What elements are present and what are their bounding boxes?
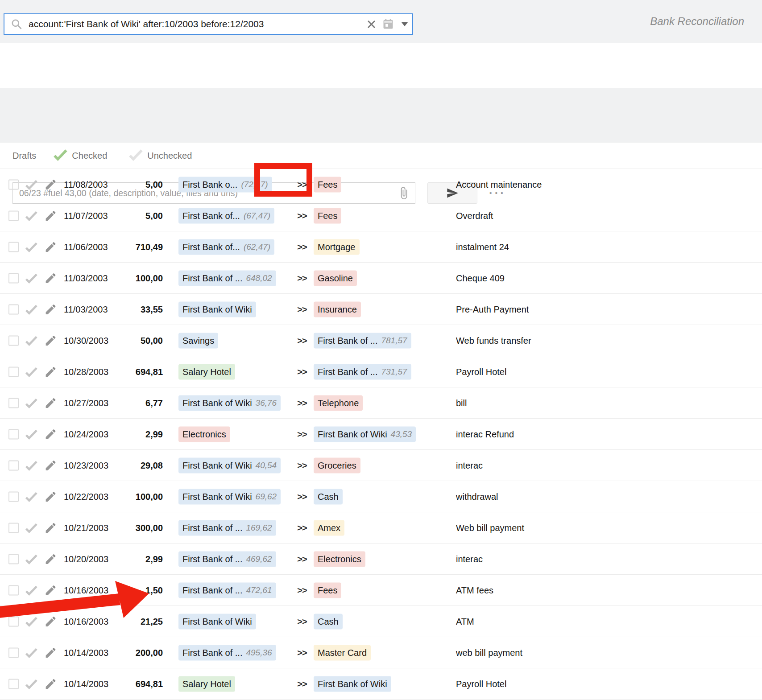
from-account-chip[interactable]: First Bank of...(67,47) [178, 208, 274, 223]
from-account-chip[interactable]: Savings [178, 333, 218, 348]
from-account-chip[interactable]: First Bank of ...472,61 [178, 582, 276, 598]
edit-pencil-icon[interactable] [44, 334, 57, 347]
check-icon[interactable] [24, 583, 38, 597]
row-checkbox[interactable] [8, 210, 19, 221]
from-account-chip[interactable]: First Bank o...(72,47) [178, 177, 272, 192]
check-icon[interactable] [24, 240, 38, 254]
row-checkbox[interactable] [8, 460, 19, 470]
edit-pencil-icon[interactable] [44, 490, 57, 503]
to-account-chip[interactable]: Electronics [314, 551, 365, 567]
transaction-description: web bill payment [456, 647, 522, 658]
edit-pencil-icon[interactable] [44, 240, 57, 253]
check-icon[interactable] [24, 302, 38, 317]
edit-pencil-icon[interactable] [44, 428, 57, 441]
from-account-chip[interactable]: First Bank of Wiki36,76 [178, 395, 281, 411]
from-account-chip[interactable]: First Bank of Wiki [178, 614, 256, 629]
filter-drafts[interactable]: Drafts [12, 151, 36, 161]
check-icon[interactable] [24, 490, 38, 504]
edit-pencil-icon[interactable] [44, 272, 57, 284]
row-checkbox[interactable] [8, 366, 19, 377]
from-account-chip[interactable]: Salary Hotel [178, 364, 235, 379]
from-account-chip[interactable]: Electronics [178, 426, 230, 442]
edit-pencil-icon[interactable] [44, 677, 57, 690]
edit-pencil-icon[interactable] [44, 459, 57, 472]
calendar-icon[interactable] [379, 18, 397, 30]
search-dropdown-caret-icon[interactable] [397, 22, 412, 26]
check-icon[interactable] [24, 614, 38, 629]
to-account-chip[interactable]: Cash [314, 614, 343, 629]
to-account-chip[interactable]: Fees [314, 582, 341, 598]
to-account-chip[interactable]: Master Card [314, 645, 371, 660]
search-input[interactable] [28, 18, 363, 30]
edit-pencil-icon[interactable] [44, 646, 57, 659]
from-account-chip[interactable]: First Bank of Wiki [178, 301, 256, 317]
row-checkbox[interactable] [8, 679, 19, 689]
to-account-chip[interactable]: First Bank of ...781,57 [314, 333, 411, 348]
edit-pencil-icon[interactable] [44, 552, 57, 565]
edit-pencil-icon[interactable] [44, 209, 57, 222]
from-account-chip[interactable]: First Bank of Wiki69,62 [178, 489, 281, 504]
row-checkbox[interactable] [8, 491, 19, 502]
row-checkbox[interactable] [8, 429, 19, 439]
unchecked-filter-icon[interactable] [128, 147, 144, 163]
checked-filter-icon[interactable] [52, 147, 68, 163]
row-checkbox[interactable] [8, 335, 19, 346]
to-account-chip[interactable]: First Bank of Wiki [314, 676, 391, 692]
row-checkbox[interactable] [8, 554, 19, 564]
check-icon[interactable] [24, 521, 38, 535]
check-icon[interactable] [24, 209, 38, 223]
from-account-chip[interactable]: First Bank of ...469,62 [178, 551, 276, 567]
from-account-chip[interactable]: First Bank of ...648,02 [178, 270, 276, 286]
to-account-chip[interactable]: Insurance [314, 301, 361, 317]
row-checkbox[interactable] [8, 647, 19, 658]
row-checkbox[interactable] [8, 273, 19, 283]
edit-pencil-icon[interactable] [44, 396, 57, 409]
check-icon[interactable] [24, 177, 38, 192]
row-checkbox[interactable] [8, 304, 19, 314]
row-checkbox[interactable] [8, 585, 19, 595]
check-icon[interactable] [24, 334, 38, 348]
to-account-chip[interactable]: Telephone [314, 395, 363, 411]
to-account-chip[interactable]: Groceries [314, 457, 360, 473]
to-account-chip[interactable]: First Bank of ...731,57 [314, 364, 411, 379]
to-account-chip[interactable]: Cash [314, 489, 343, 504]
check-icon[interactable] [24, 458, 38, 473]
edit-pencil-icon[interactable] [44, 303, 57, 316]
check-icon[interactable] [24, 677, 38, 691]
from-account-chip[interactable]: First Bank of ...169,62 [178, 520, 276, 535]
check-icon[interactable] [24, 552, 38, 566]
search-icon [11, 18, 22, 30]
check-icon[interactable] [24, 271, 38, 285]
to-account-chip[interactable]: Mortgage [314, 239, 360, 255]
edit-pencil-icon[interactable] [44, 178, 57, 191]
transaction-amount: 694,81 [112, 366, 163, 377]
check-icon[interactable] [24, 427, 38, 441]
from-account-chip[interactable]: First Bank of...(62,47) [178, 239, 274, 255]
check-icon[interactable] [24, 365, 38, 379]
from-account-chip[interactable]: Salary Hotel [178, 676, 235, 692]
from-account-chip[interactable]: First Bank of Wiki40,54 [178, 457, 281, 473]
table-row: 10/14/2003694,81Salary Hotel>>First Bank… [0, 668, 762, 699]
edit-pencil-icon[interactable] [44, 521, 57, 534]
to-account-chip[interactable]: First Bank of Wiki43,53 [314, 426, 416, 442]
from-account-chip[interactable]: First Bank of ...495,36 [178, 645, 276, 660]
table-row: 11/06/2003710,49First Bank of...(62,47)>… [0, 231, 762, 262]
check-icon[interactable] [24, 646, 38, 660]
clear-search-icon[interactable] [363, 20, 379, 29]
to-account-chip[interactable]: Amex [314, 520, 344, 535]
check-icon[interactable] [24, 396, 38, 410]
edit-pencil-icon[interactable] [44, 584, 57, 597]
filter-checked[interactable]: Checked [72, 151, 107, 161]
search-box[interactable] [4, 13, 413, 35]
row-checkbox[interactable] [8, 616, 19, 626]
to-account-chip[interactable]: Fees [314, 208, 341, 223]
row-checkbox[interactable] [8, 179, 19, 189]
row-checkbox[interactable] [8, 398, 19, 408]
edit-pencil-icon[interactable] [44, 365, 57, 378]
to-account-chip[interactable]: Fees [314, 177, 341, 192]
edit-pencil-icon[interactable] [44, 615, 57, 628]
row-checkbox[interactable] [8, 242, 19, 252]
row-checkbox[interactable] [8, 523, 19, 533]
filter-unchecked[interactable]: Unchecked [147, 151, 192, 161]
to-account-chip[interactable]: Gasoline [314, 270, 357, 286]
